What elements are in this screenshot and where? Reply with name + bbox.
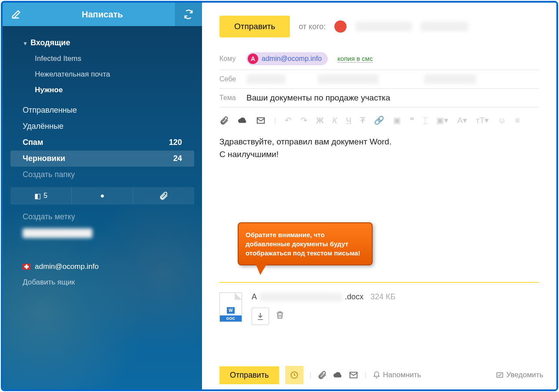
schedule-send-button[interactable]	[285, 366, 303, 384]
sender-name-redacted	[355, 22, 412, 31]
attachment-divider	[219, 282, 539, 283]
download-icon	[256, 312, 265, 321]
attachment-size: 324 КБ	[370, 292, 395, 302]
trash-icon	[275, 310, 285, 320]
drafts-count: 24	[173, 154, 182, 163]
list-icon[interactable]: ≡	[515, 116, 520, 125]
mail-icon[interactable]	[256, 116, 266, 125]
clear-format-icon[interactable]: ⌶	[423, 116, 428, 125]
link-icon[interactable]: 🔗	[374, 115, 384, 125]
paperclip-icon[interactable]	[317, 370, 327, 380]
create-folder-link[interactable]: Создать папку	[3, 167, 202, 183]
folder-needed[interactable]: Нужное	[3, 82, 202, 98]
paperclip-icon[interactable]	[219, 116, 229, 125]
flag-count: 5	[44, 192, 47, 200]
clock-icon	[290, 371, 299, 379]
body-line-2: С наилучшими!	[219, 148, 539, 161]
cloud-icon[interactable]	[333, 370, 343, 380]
send-button-top[interactable]: Отправить	[219, 16, 290, 37]
strike-icon[interactable]: ₮	[360, 115, 365, 125]
italic-icon[interactable]: К	[332, 116, 337, 125]
compose-new-icon-button[interactable]	[3, 3, 30, 26]
bell-icon	[373, 371, 381, 379]
flagged-filter[interactable]: ◧ 5	[10, 187, 72, 204]
attachment-name: А .docx 324 КБ	[252, 292, 395, 302]
swiss-flag-icon	[23, 264, 30, 270]
notify-button[interactable]: Уведомить	[496, 371, 543, 379]
folder-inbox[interactable]: ▼Входящие	[3, 35, 202, 51]
create-label-link[interactable]: Создать метку	[3, 209, 202, 225]
to-label: Кому	[219, 55, 240, 63]
underline-icon[interactable]: Ч	[346, 116, 352, 125]
annotation-callout: Обратите внимание, что добавленные докум…	[238, 222, 373, 265]
editor-toolbar: | ↶ ↷ Ж К Ч ₮ 🔗 ▣ ❝ ⌶ ▣▾ A▾ тT▾ ☺ ≡	[219, 107, 539, 133]
email-body[interactable]: Здравствуйте, отправил вам документ Word…	[219, 133, 539, 163]
compose-pane: Отправить от кого: Кому А admin@ocomp.in…	[202, 3, 556, 389]
quote-icon[interactable]: ❝	[410, 115, 414, 125]
word-doc-icon[interactable]: W DOC	[219, 292, 242, 322]
redo-icon[interactable]: ↷	[300, 115, 307, 125]
refresh-button[interactable]	[175, 3, 202, 26]
recipient-email: admin@ocomp.info	[262, 55, 322, 63]
folder-drafts[interactable]: Черновики 24	[10, 151, 194, 167]
emoji-icon[interactable]: ☺	[498, 116, 506, 125]
attachment-name-redacted	[259, 293, 342, 302]
dot-icon: ●	[100, 192, 104, 200]
sms-copy-link[interactable]: копия в смс	[337, 55, 373, 63]
subject-label: Тема	[219, 94, 240, 102]
self-field-row[interactable]: Себе	[219, 70, 539, 89]
recipient-avatar: А	[248, 54, 258, 64]
from-label: от кого:	[299, 22, 326, 31]
self-redacted-2	[318, 74, 379, 84]
sender-info-redacted	[421, 22, 468, 31]
check-mail-icon	[496, 371, 504, 379]
remind-button[interactable]: Напомнить	[373, 371, 421, 379]
send-button-bottom[interactable]: Отправить	[219, 366, 279, 384]
sender-avatar	[334, 20, 347, 33]
folder-infected-items[interactable]: Infected Items	[3, 51, 202, 67]
attachments-section: W DOC А .docx 324 КБ	[219, 282, 539, 325]
font-size-icon[interactable]: тT▾	[476, 115, 489, 125]
folder-deleted[interactable]: Удалённые	[3, 118, 202, 134]
self-redacted-3	[424, 74, 476, 84]
subject-field-row[interactable]: Тема	[219, 89, 539, 107]
chevron-down-icon: ▼	[23, 40, 28, 47]
undo-icon[interactable]: ↶	[285, 115, 292, 125]
bottom-separator-2: |	[364, 371, 366, 379]
paperclip-icon	[159, 191, 168, 201]
compose-icon	[11, 10, 21, 19]
download-attachment-button[interactable]	[252, 308, 269, 325]
bottom-toolbar: Отправить | | Напомнить Уведомить	[219, 366, 543, 384]
paste-icon[interactable]: ▣▾	[436, 115, 448, 125]
add-mailbox-link[interactable]: Добавить ящик	[23, 275, 182, 290]
bold-icon[interactable]: Ж	[316, 116, 323, 125]
folder-sent[interactable]: Отправленные	[3, 102, 202, 118]
folder-junk[interactable]: Нежелательная почта	[3, 67, 202, 82]
spam-count: 120	[169, 138, 182, 147]
attachment-filter[interactable]	[133, 187, 194, 204]
mail-icon[interactable]	[349, 370, 358, 380]
self-redacted-1	[246, 74, 286, 84]
sidebar: Написать ▼Входящие Infected Items Нежела…	[3, 3, 202, 389]
recipient-chip[interactable]: А admin@ocomp.info	[246, 52, 328, 65]
self-label: Себе	[219, 75, 240, 83]
account-email[interactable]: admin@ocomp.info	[23, 259, 182, 275]
refresh-icon	[184, 10, 193, 19]
unread-filter[interactable]: ●	[72, 187, 133, 204]
image-icon[interactable]: ▣	[393, 115, 401, 125]
subject-input[interactable]	[246, 93, 539, 103]
cloud-icon[interactable]	[238, 116, 247, 125]
toolbar-separator: |	[274, 117, 276, 124]
body-line-1: Здравствуйте, отправил вам документ Word…	[219, 136, 539, 148]
bottom-separator-1: |	[310, 371, 311, 379]
font-color-icon[interactable]: A▾	[457, 115, 467, 125]
redacted-item	[3, 225, 202, 241]
delete-attachment-button[interactable]	[275, 310, 285, 322]
to-field-row[interactable]: Кому А admin@ocomp.info копия в смс	[219, 48, 539, 70]
compose-button[interactable]: Написать	[30, 3, 175, 26]
folder-spam[interactable]: Спам 120	[3, 134, 202, 151]
flag-icon: ◧	[34, 192, 41, 200]
